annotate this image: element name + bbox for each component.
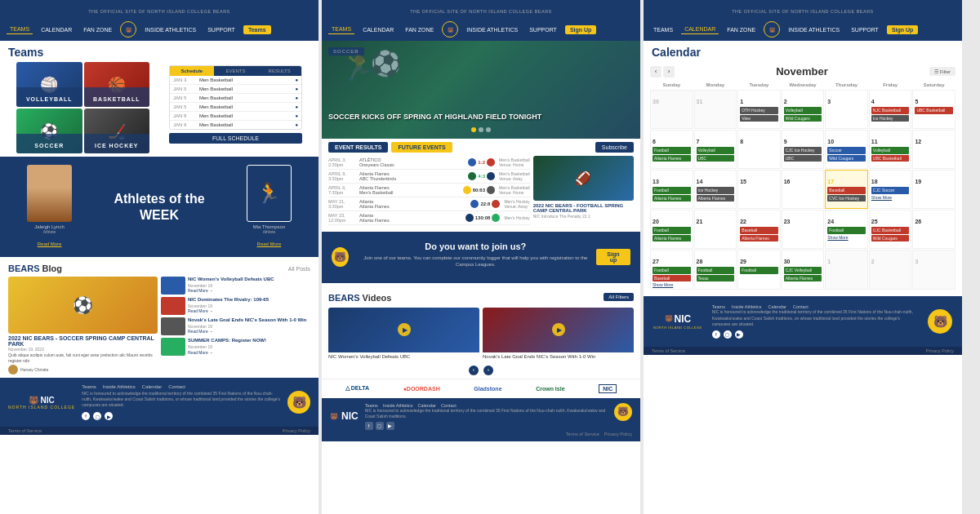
tab-events[interactable]: EVENTS — [214, 66, 258, 76]
nav-support-p1[interactable]: SUPPORT — [204, 25, 238, 34]
cal-cell[interactable]: 9CJC Ice HockeyUBC — [782, 130, 825, 169]
cal-cell[interactable]: 29Football — [737, 250, 781, 290]
footer-link[interactable]: Calendar — [418, 403, 436, 408]
cal-cell[interactable]: 15 — [737, 170, 781, 209]
tab-schedule[interactable]: Schedule — [170, 66, 214, 76]
nav-inside-p1[interactable]: INSIDE ATHLETICS — [141, 25, 199, 34]
nav-inside-p2[interactable]: INSIDE ATHLETICS — [463, 25, 521, 34]
read-more-link[interactable]: Read More → — [188, 308, 213, 313]
cal-cell[interactable]: 13FootballAtlanta Flames — [650, 170, 693, 209]
team-card-basketball[interactable]: 🏀 BASKETBALL — [84, 62, 150, 107]
footer-link[interactable]: Calendar — [142, 384, 162, 389]
cal-cell[interactable]: 30CJC VolleyballAlberta Flames — [782, 250, 825, 290]
privacy-link-p2[interactable]: Privacy Policy — [604, 432, 632, 436]
cal-cell[interactable]: 7VolleyballUBC — [694, 130, 737, 169]
cal-cell[interactable]: 20FootballAtlanta Flames — [650, 210, 693, 249]
nav-calendar-p1[interactable]: CALENDAR — [38, 25, 75, 34]
youtube-icon-p3[interactable]: ▶ — [735, 330, 743, 339]
play-button-2[interactable]: ▶ — [552, 323, 565, 336]
footer-link[interactable]: Contact — [441, 403, 457, 408]
full-schedule-button[interactable]: FULL SCHEDULE — [169, 133, 302, 144]
show-more-link[interactable]: Show More — [653, 282, 691, 287]
nav-fanzone-p1[interactable]: FAN ZONE — [80, 25, 115, 34]
youtube-icon-p2[interactable]: ▶ — [386, 422, 394, 430]
cal-cell[interactable]: 8 — [737, 130, 781, 169]
footer-link[interactable]: Inside Athletics — [383, 403, 413, 408]
dot-3[interactable] — [486, 127, 491, 132]
nav-teams-p2[interactable]: TEAMS — [328, 24, 354, 34]
footer-link[interactable]: Contact — [168, 384, 185, 389]
read-more-link[interactable]: Read More → — [188, 350, 213, 355]
cal-cell[interactable]: 21 — [694, 210, 737, 249]
nav-teams-p1[interactable]: TEAMS — [7, 24, 33, 34]
cal-cell[interactable]: 31 — [694, 90, 737, 129]
cal-cell[interactable]: 11VolleyballUBC Basketball — [869, 130, 912, 169]
nav-calendar-p2[interactable]: CALENDAR — [359, 25, 397, 34]
subscribe-button[interactable]: Subscribe — [595, 142, 634, 153]
nav-cta-p2[interactable]: Sign Up — [565, 25, 596, 34]
video-thumbnail-1[interactable]: ▶ — [328, 308, 479, 352]
team-card-volleyball[interactable]: 🏐 VOLLEYBALL — [16, 62, 82, 107]
cal-cell[interactable]: 2VolleyballWild Cougars — [782, 90, 825, 129]
instagram-icon-p3[interactable]: ◻ — [724, 330, 732, 339]
terms-link-p3[interactable]: Terms of Service — [652, 348, 685, 353]
nav-support-p2[interactable]: SUPPORT — [526, 25, 560, 34]
video-thumbnail-2[interactable]: ▶ — [483, 308, 634, 352]
cal-cell[interactable]: 26 — [912, 210, 956, 249]
cal-cell[interactable]: 3 — [825, 90, 868, 129]
team-card-soccer[interactable]: ⚽ SOCCER — [16, 109, 82, 153]
cal-cell[interactable]: 14Ice HockeyAlberta Flames — [694, 170, 737, 209]
cal-cell[interactable]: 1OTH HockeyView — [737, 90, 781, 129]
terms-link-p2[interactable]: Terms of Service — [566, 432, 599, 436]
cal-cell[interactable]: 22BaseballAlberta Flames — [737, 210, 781, 249]
athlete-read-more-2[interactable]: Read More — [257, 241, 282, 246]
cal-cell[interactable]: 6FootballAtlanta Flames — [650, 130, 693, 169]
footer-link[interactable]: Teams — [365, 403, 378, 408]
cal-cell[interactable]: 25UJC BasketballWild Cougars — [869, 210, 912, 249]
cal-cell[interactable]: 1 — [825, 250, 868, 290]
privacy-link-p1[interactable]: Privacy Policy — [283, 428, 310, 433]
cal-cell-today[interactable]: 17BaseballCVC Ice Hockey — [825, 170, 868, 209]
facebook-icon-p2[interactable]: f — [365, 422, 373, 430]
nav-support-p3[interactable]: SUPPORT — [848, 25, 882, 34]
terms-link-p1[interactable]: Terms of Service — [8, 428, 42, 433]
footer-link[interactable]: Teams — [82, 384, 96, 389]
cal-cell[interactable]: 12 — [912, 130, 956, 169]
show-more-link[interactable]: Show More — [827, 235, 866, 240]
tab-event-results[interactable]: EVENT RESULTS — [328, 142, 388, 153]
tab-results[interactable]: RESULTS — [257, 66, 301, 76]
all-filters-button[interactable]: All Filters — [604, 293, 634, 301]
tab-future-events[interactable]: FUTURE EVENTS — [391, 142, 452, 153]
cal-cell[interactable]: 3 — [912, 250, 956, 290]
dot-1[interactable] — [471, 127, 476, 132]
cal-prev-button[interactable]: ‹ — [650, 66, 662, 78]
cal-cell[interactable]: 30 — [650, 90, 693, 129]
athlete-read-more-1[interactable]: Read More — [38, 241, 62, 246]
cal-cell[interactable]: 4NJC BasketballIce Hockey — [869, 90, 912, 129]
facebook-icon[interactable]: f — [82, 412, 90, 420]
cal-cell[interactable]: 16 — [782, 170, 825, 209]
facebook-icon-p3[interactable]: f — [712, 330, 720, 339]
read-more-link[interactable]: Read More → — [188, 288, 213, 293]
dot-2[interactable] — [479, 127, 483, 132]
read-more-link[interactable]: Read More → — [188, 329, 213, 334]
prev-button[interactable]: ‹ — [469, 366, 479, 375]
cal-cell[interactable]: 24FootballShow More — [825, 210, 868, 249]
show-more-link[interactable]: Show More — [871, 195, 910, 200]
all-posts-link[interactable]: All Posts — [288, 266, 310, 272]
play-button-1[interactable]: ▶ — [398, 323, 411, 336]
team-card-hockey[interactable]: 🏒 ICE HOCKEY — [84, 109, 150, 153]
cal-cell[interactable]: 10SoccerWild Cougars — [825, 130, 868, 169]
nav-cta-p3[interactable]: Sign Up — [887, 25, 918, 34]
cal-cell[interactable]: 2 — [869, 250, 912, 290]
privacy-link-p3[interactable]: Privacy Policy — [926, 348, 954, 353]
cal-next-button[interactable]: › — [663, 66, 675, 78]
nav-teams-p3[interactable]: TEAMS — [650, 25, 676, 34]
calendar-filter-button[interactable]: ☰ Filter — [929, 67, 956, 76]
nav-calendar-p3[interactable]: CALENDAR — [681, 24, 719, 34]
nav-fanzone-p3[interactable]: FAN ZONE — [724, 25, 759, 34]
cal-cell[interactable]: 19 — [912, 170, 956, 209]
nav-fanzone-p2[interactable]: FAN ZONE — [402, 25, 437, 34]
cal-cell[interactable]: 28FootballTexas — [694, 250, 737, 290]
next-button[interactable]: › — [483, 366, 493, 375]
